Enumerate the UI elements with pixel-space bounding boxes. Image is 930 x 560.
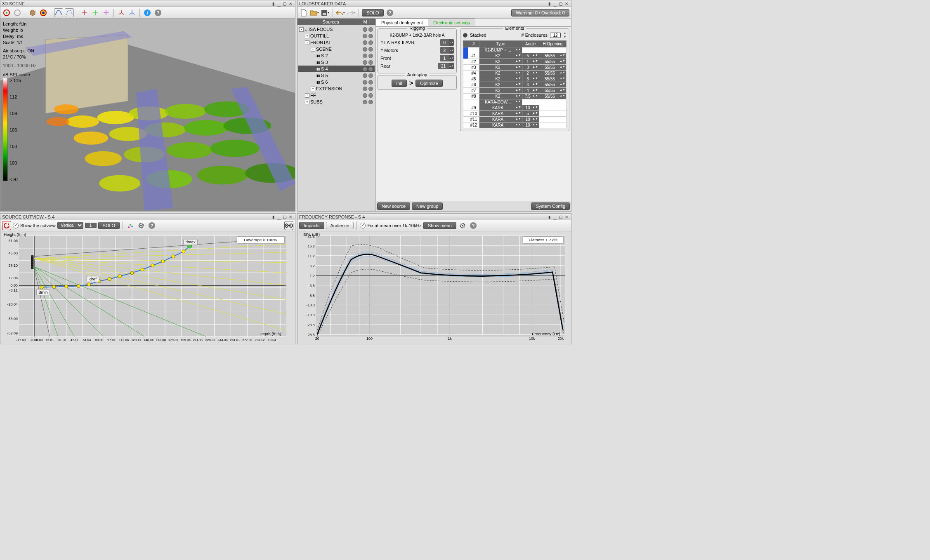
table-row[interactable]: #11 KARA ▲▼ 10 ▲▼ xyxy=(463,117,566,122)
sources-tree[interactable]: -L-ISA FOCUS+OUTFILL-FRONTAL-SCENE▮▮S 2▮… xyxy=(297,25,375,106)
table-row[interactable]: #4 K2 ▲▼ 2 ▲▼ 55/55 ▲▼ xyxy=(463,71,566,76)
front-spinner[interactable]: 1▲▼ xyxy=(440,55,454,61)
tree-label[interactable]: S 3 xyxy=(321,60,363,65)
h-dot[interactable] xyxy=(368,54,373,58)
scatter-icon[interactable] xyxy=(126,221,135,230)
m-dot[interactable] xyxy=(363,34,367,38)
tree-expand-icon[interactable]: + xyxy=(305,93,309,98)
new-source-button[interactable]: New source xyxy=(377,202,410,210)
table-row[interactable]: K2-BUMP + ... ▲▼ xyxy=(463,47,566,53)
gear-icon[interactable] xyxy=(137,221,146,230)
tree-item-extension[interactable]: +EXTENSION xyxy=(298,85,375,92)
tree-expand-icon[interactable]: - xyxy=(311,47,315,52)
close-icon[interactable]: × xyxy=(288,0,293,7)
h-dot[interactable] xyxy=(368,47,373,52)
tree-item-subs[interactable]: +SUBS xyxy=(298,99,375,105)
table-row[interactable]: #2 K2 ▲▼ 1 ▲▼ 55/55 ▲▼ xyxy=(463,59,566,65)
tree-item-l-isa-focus[interactable]: -L-ISA FOCUS xyxy=(298,26,375,33)
enclosures-input[interactable] xyxy=(550,33,561,38)
motors-spinner[interactable]: 2▲▼ xyxy=(440,47,454,54)
table-row[interactable]: #7 K2 ▲▼ 4 ▲▼ 55/55 ▲▼ xyxy=(463,88,566,94)
m-dot[interactable] xyxy=(363,67,367,71)
h-dot[interactable] xyxy=(368,87,373,91)
maximize-icon[interactable]: ▢ xyxy=(282,214,288,220)
table-row[interactable]: #3 K2 ▲▼ 3 ▲▼ 55/55 ▲▼ xyxy=(463,65,566,71)
scene-3d-viewport[interactable]: Length: ft.in Weight: lb Delay: ms Scale… xyxy=(0,19,295,211)
cutview-count-input[interactable] xyxy=(85,223,97,228)
tree-item-frontal[interactable]: -FRONTAL xyxy=(298,39,375,46)
tree-item-s-3[interactable]: ▮▮S 3 xyxy=(298,59,375,66)
info-icon[interactable]: i xyxy=(143,8,152,17)
m-dot[interactable] xyxy=(363,73,367,78)
tree-label[interactable]: SCENE xyxy=(316,47,363,52)
dock-icon[interactable]: ▮ xyxy=(271,214,276,220)
tree-label[interactable]: S 2 xyxy=(321,53,363,58)
tree-expand-icon[interactable]: - xyxy=(305,40,309,45)
table-row[interactable]: KARA-DOW... ▲▼ xyxy=(463,99,566,105)
solo-button[interactable]: SOLO xyxy=(362,9,384,16)
tree-label[interactable]: S 6 xyxy=(321,80,363,85)
h-dot[interactable] xyxy=(368,80,373,85)
h-dot[interactable] xyxy=(368,73,373,78)
globe-icon[interactable] xyxy=(39,8,48,17)
tree-label[interactable]: L-ISA FOCUS xyxy=(304,27,363,32)
m-dot[interactable] xyxy=(363,54,367,58)
init-button[interactable]: Init xyxy=(392,80,407,87)
tree-label[interactable]: OUTFILL xyxy=(310,33,363,38)
freq-chart[interactable]: Flatness 1.7 dB SPL (dB) Frequency (Hz) … xyxy=(297,231,571,344)
dock-icon[interactable]: ▮ xyxy=(271,0,276,7)
show-cutview-check[interactable] xyxy=(13,223,19,228)
table-row[interactable]: #10 KARA ▲▼ 5 ▲▼ xyxy=(463,111,566,117)
redo-icon[interactable]: ▾ xyxy=(347,8,356,17)
h-dot[interactable] xyxy=(368,67,373,71)
link-icon[interactable] xyxy=(284,221,293,230)
target-gray-icon[interactable] xyxy=(13,8,22,17)
axis-x-icon[interactable] xyxy=(80,8,89,17)
orientation-select[interactable]: Vertical xyxy=(57,222,83,229)
tree-item-s-6[interactable]: ▮▮S 6 xyxy=(298,79,375,85)
table-row[interactable]: #6 K2 ▲▼ 4 ▲▼ 55/55 ▲▼ xyxy=(463,82,566,88)
maximize-icon[interactable]: ▢ xyxy=(558,214,564,220)
new-file-icon[interactable] xyxy=(299,8,308,17)
optimize-button[interactable]: Optimize xyxy=(415,80,442,87)
tree-label[interactable]: S 4 xyxy=(321,66,363,71)
tree-item-outfill[interactable]: +OUTFILL xyxy=(298,33,375,39)
tree-expand-icon[interactable]: - xyxy=(299,27,304,32)
dock-icon[interactable]: ▮ xyxy=(547,0,552,7)
surface-a-icon[interactable] xyxy=(54,8,63,17)
m-dot[interactable] xyxy=(363,40,367,45)
minimize-icon[interactable]: _ xyxy=(552,0,558,7)
axis-z-icon[interactable] xyxy=(101,8,111,17)
h-dot[interactable] xyxy=(368,27,373,32)
close-icon[interactable]: × xyxy=(288,214,293,220)
m-dot[interactable] xyxy=(363,80,367,85)
cube-icon[interactable] xyxy=(28,8,37,17)
tree-item-s-2[interactable]: ▮▮S 2 xyxy=(298,52,375,59)
table-row[interactable]: #1 K2 ▲▼ 5 ▲▼ 55/55 ▲▼ xyxy=(463,53,566,59)
tree-expand-icon[interactable]: + xyxy=(305,100,309,104)
maximize-icon[interactable]: ▢ xyxy=(558,0,564,7)
save-icon[interactable]: ▾ xyxy=(321,8,330,17)
m-dot[interactable] xyxy=(363,93,367,98)
minimize-icon[interactable]: _ xyxy=(276,0,282,7)
m-dot[interactable] xyxy=(363,87,367,91)
help-icon[interactable]: ? xyxy=(385,8,394,17)
target-red-icon[interactable] xyxy=(2,8,11,17)
table-row[interactable]: #12 KARA ▲▼ 10 ▲▼ xyxy=(463,122,566,128)
open-folder-icon[interactable]: ▾ xyxy=(310,8,319,17)
h-dot[interactable] xyxy=(368,100,373,104)
tree-label[interactable]: S 5 xyxy=(321,73,363,78)
h-dot[interactable] xyxy=(368,60,373,65)
tree-item-scene[interactable]: -SCENE xyxy=(298,46,375,52)
system-config-button[interactable]: System Config xyxy=(531,202,570,210)
h-dot[interactable] xyxy=(368,34,373,38)
axis-y-icon[interactable] xyxy=(91,8,100,17)
show-mean-button[interactable]: Show mean xyxy=(423,222,456,229)
table-row[interactable]: #9 KARA ▲▼ 10 ▲▼ xyxy=(463,105,566,111)
rear-spinner[interactable]: 21▲▼ xyxy=(438,63,454,69)
h-dot[interactable] xyxy=(368,40,373,45)
h-dot[interactable] xyxy=(368,93,373,98)
cutview-chart[interactable]: dmin dref dmax Coverage > 100% Height (f… xyxy=(0,231,295,344)
tree-expand-icon[interactable]: + xyxy=(305,34,309,38)
m-dot[interactable] xyxy=(363,47,367,52)
